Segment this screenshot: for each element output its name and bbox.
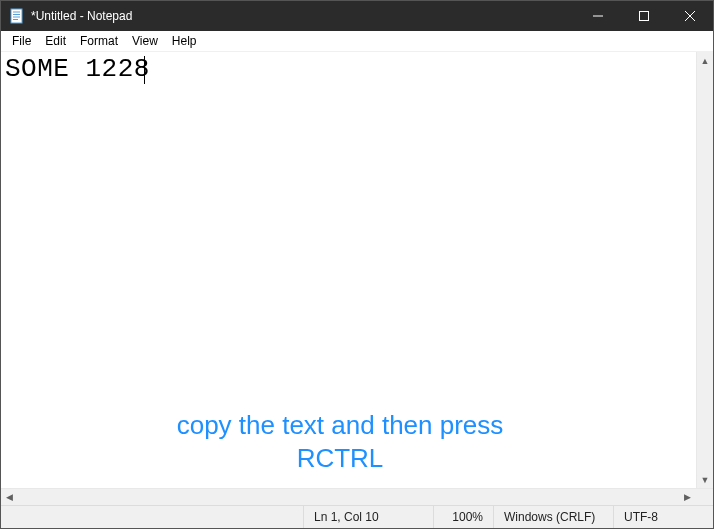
- scroll-left-icon[interactable]: ◀: [1, 489, 18, 505]
- hscroll-track[interactable]: [18, 489, 679, 505]
- notepad-window: *Untitled - Notepad File Edit Format Vie…: [0, 0, 714, 529]
- instruction-overlay: copy the text and then press RCTRL: [1, 409, 679, 474]
- menu-view[interactable]: View: [125, 32, 165, 50]
- svg-rect-6: [640, 12, 649, 21]
- svg-rect-0: [11, 9, 22, 23]
- status-bar: Ln 1, Col 10 100% Windows (CRLF) UTF-8: [1, 505, 713, 528]
- menu-file[interactable]: File: [5, 32, 38, 50]
- maximize-button[interactable]: [621, 1, 667, 31]
- menu-help[interactable]: Help: [165, 32, 204, 50]
- editor-area: SOME 1228 copy the text and then press R…: [1, 52, 713, 488]
- scroll-down-icon[interactable]: ▼: [697, 471, 713, 488]
- vertical-scrollbar[interactable]: ▲ ▼: [696, 52, 713, 488]
- menu-bar: File Edit Format View Help: [1, 31, 713, 52]
- scroll-up-icon[interactable]: ▲: [697, 52, 713, 69]
- text-caret: [144, 56, 145, 84]
- notepad-icon: [9, 8, 25, 24]
- editor-content: SOME 1228: [1, 52, 696, 86]
- horizontal-scrollbar[interactable]: ◀ ▶: [1, 488, 713, 505]
- menu-format[interactable]: Format: [73, 32, 125, 50]
- status-line-ending: Windows (CRLF): [493, 506, 613, 528]
- resize-grip[interactable]: [696, 489, 713, 505]
- text-editor[interactable]: SOME 1228 copy the text and then press R…: [1, 52, 696, 488]
- vscroll-track[interactable]: [697, 69, 713, 471]
- instruction-line-1: copy the text and then press: [1, 409, 679, 442]
- instruction-line-2: RCTRL: [1, 442, 679, 475]
- status-spacer: [1, 506, 303, 528]
- menu-edit[interactable]: Edit: [38, 32, 73, 50]
- status-zoom: 100%: [433, 506, 493, 528]
- status-cursor-position: Ln 1, Col 10: [303, 506, 433, 528]
- minimize-button[interactable]: [575, 1, 621, 31]
- status-encoding: UTF-8: [613, 506, 713, 528]
- window-title: *Untitled - Notepad: [31, 9, 132, 23]
- close-button[interactable]: [667, 1, 713, 31]
- scroll-right-icon[interactable]: ▶: [679, 489, 696, 505]
- title-bar[interactable]: *Untitled - Notepad: [1, 1, 713, 31]
